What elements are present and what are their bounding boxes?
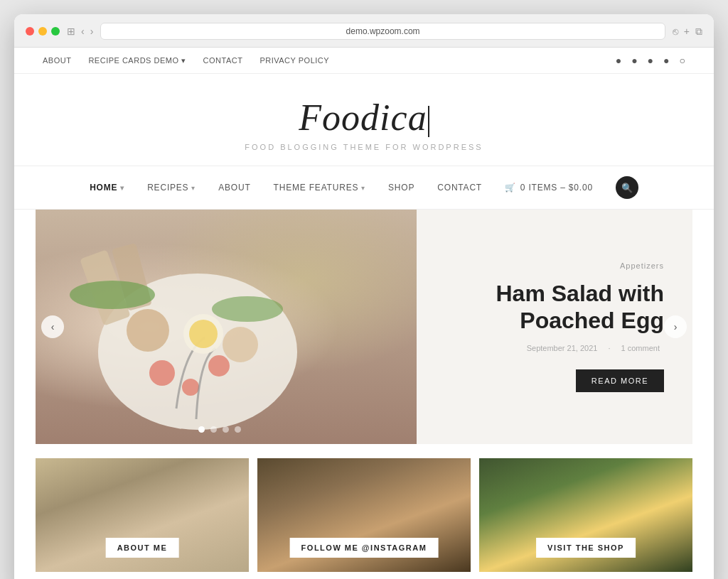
slide-dot-2[interactable]: [210, 426, 217, 433]
traffic-lights: [26, 27, 60, 36]
card-instagram[interactable]: FOLLOW ME @INSTAGRAM: [257, 458, 471, 572]
nav-cart[interactable]: 🛒 0 ITEMS – $0.00: [505, 183, 593, 193]
card-1-label: ABOUT ME: [106, 538, 179, 558]
nav-contact[interactable]: CONTACT: [437, 183, 482, 193]
address-bar[interactable]: demo.wpzoom.com: [100, 23, 665, 40]
top-nav-contact[interactable]: CONTACT: [203, 56, 243, 65]
slide-dot-1[interactable]: [198, 426, 205, 433]
browser-controls: ⊞ ‹ ›: [67, 26, 93, 37]
hero-category: Appetizers: [438, 261, 664, 270]
card-3-label: VISIT THE SHOP: [536, 538, 636, 558]
search-button[interactable]: 🔍: [616, 176, 638, 199]
slider-next-button[interactable]: ›: [664, 315, 687, 338]
card-shop[interactable]: VISIT THE SHOP: [479, 458, 692, 572]
nav-back[interactable]: ‹: [81, 26, 85, 37]
card-2-label: FOLLOW ME @INSTAGRAM: [290, 538, 439, 558]
site-header: Foodica FOOD BLOGGING THEME FOR WORDPRES…: [14, 74, 714, 166]
cards-row: ABOUT ME FOLLOW ME @INSTAGRAM VISIT THE …: [36, 458, 692, 572]
cart-icon: 🛒: [505, 183, 516, 193]
website-content: ABOUT RECIPE CARDS DEMO ▾ CONTACT PRIVAC…: [14, 48, 714, 572]
nav-recipes[interactable]: RECIPES ▾: [147, 183, 196, 193]
hero-date: September 21, 2021: [527, 344, 598, 352]
email-icon[interactable]: ○: [680, 55, 685, 66]
facebook-icon[interactable]: ●: [631, 55, 637, 66]
hero-image: [36, 210, 417, 444]
browser-actions: ⎋ + ⧉: [673, 26, 702, 38]
search-icon: 🔍: [621, 183, 633, 193]
top-nav-links: ABOUT RECIPE CARDS DEMO ▾ CONTACT PRIVAC…: [43, 56, 329, 65]
food-photo: [36, 210, 417, 444]
close-button[interactable]: [26, 27, 34, 36]
pinterest-icon[interactable]: ●: [663, 55, 669, 66]
site-tagline: FOOD BLOGGING THEME FOR WORDPRESS: [43, 143, 685, 151]
hero-content: Appetizers Ham Salad with Poached Egg Se…: [417, 210, 692, 444]
read-more-button[interactable]: READ MORE: [576, 369, 664, 392]
card-about-me[interactable]: ABOUT ME: [36, 458, 249, 572]
top-nav-about[interactable]: ABOUT: [43, 56, 71, 65]
hero-meta: September 21, 2021 · 1 comment: [438, 344, 664, 352]
top-nav-recipe-cards[interactable]: RECIPE CARDS DEMO ▾: [88, 56, 186, 65]
nav-shop[interactable]: SHOP: [388, 183, 414, 193]
browser-window: ⊞ ‹ › demo.wpzoom.com ⎋ + ⧉ ABOUT RECIPE…: [14, 14, 714, 579]
new-tab-icon[interactable]: +: [684, 26, 690, 38]
top-nav-privacy[interactable]: PRIVACY POLICY: [259, 56, 329, 65]
back-button[interactable]: ⊞: [67, 26, 75, 37]
hero-comments: 1 comment: [621, 344, 660, 352]
minimize-button[interactable]: [38, 27, 47, 36]
site-title-text: Foodica: [299, 97, 427, 138]
maximize-button[interactable]: [51, 27, 60, 36]
tabs-icon[interactable]: ⧉: [695, 26, 702, 38]
site-title: Foodica: [43, 97, 685, 139]
browser-chrome: ⊞ ‹ › demo.wpzoom.com ⎋ + ⧉: [14, 14, 714, 48]
top-nav: ABOUT RECIPE CARDS DEMO ▾ CONTACT PRIVAC…: [14, 48, 714, 74]
twitter-icon[interactable]: ●: [648, 55, 653, 66]
food-overlay: [36, 210, 417, 444]
nav-theme-features[interactable]: THEME FEATURES ▾: [274, 183, 365, 193]
slider-prev-button[interactable]: ‹: [41, 315, 64, 338]
hero-slider: ‹ › Appetizers Ham Salad with Poached Eg…: [36, 210, 692, 444]
slide-dot-4[interactable]: [235, 426, 241, 433]
nav-about[interactable]: ABOUT: [218, 183, 250, 193]
top-nav-icons: ● ● ● ● ○: [616, 55, 685, 66]
share-icon[interactable]: ⎋: [673, 26, 678, 38]
slide-dot-3[interactable]: [223, 426, 229, 433]
hero-separator: ·: [608, 344, 610, 352]
slider-dots: [198, 426, 241, 433]
instagram-icon[interactable]: ●: [616, 55, 621, 66]
nav-home[interactable]: HOME ▾: [90, 183, 124, 193]
main-nav: HOME ▾ RECIPES ▾ ABOUT THEME FEATURES ▾ …: [14, 166, 714, 210]
hero-title: Ham Salad with Poached Egg: [438, 280, 664, 335]
cart-label: 0 ITEMS – $0.00: [520, 183, 593, 193]
nav-forward[interactable]: ›: [90, 26, 94, 37]
